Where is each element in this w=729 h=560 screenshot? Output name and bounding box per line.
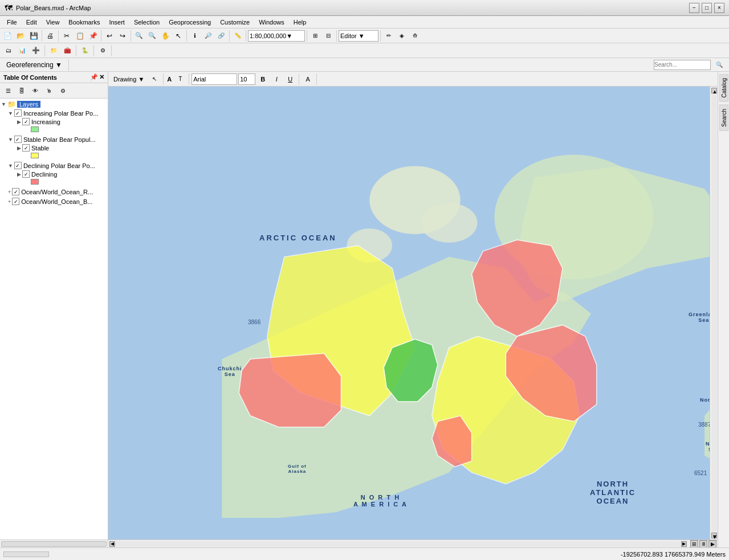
- zoom-in-btn[interactable]: 🔍: [133, 30, 145, 42]
- vertex-btn[interactable]: ◈: [396, 30, 408, 42]
- text-btn[interactable]: T: [174, 73, 186, 85]
- map-tool1[interactable]: ⊞: [690, 540, 698, 548]
- declining-sub-expand[interactable]: ▶: [17, 171, 21, 177]
- map-view[interactable]: ARCTIC OCEAN ChukchiSea N O R T HA M E R…: [108, 87, 710, 539]
- redo-btn[interactable]: ↪: [116, 30, 129, 42]
- toc-list-btn[interactable]: ☰: [2, 84, 14, 97]
- full-extent-btn[interactable]: ⊟: [322, 30, 335, 42]
- stable-expand[interactable]: ▼: [8, 137, 13, 142]
- minimize-button[interactable]: −: [689, 3, 699, 13]
- menu-edit[interactable]: Edit: [22, 18, 42, 27]
- pan-btn[interactable]: ✋: [159, 30, 172, 42]
- add-data-btn[interactable]: ➕: [30, 44, 42, 57]
- model-builder-btn[interactable]: ⚙: [96, 44, 109, 57]
- save-btn[interactable]: 💾: [27, 30, 40, 42]
- right-panel: Catalog Search: [718, 72, 729, 547]
- toc-source-btn[interactable]: 🗄: [15, 84, 28, 97]
- declining-sub-checkbox[interactable]: [22, 170, 30, 178]
- menu-windows[interactable]: Windows: [254, 18, 289, 27]
- ocean-r-expand[interactable]: +: [8, 189, 11, 195]
- find-btn[interactable]: 🔎: [202, 30, 214, 42]
- maximize-button[interactable]: □: [702, 3, 712, 13]
- scale-arrow[interactable]: ▼: [286, 32, 292, 39]
- hscroll-left[interactable]: ◀: [109, 541, 115, 547]
- increasing-sub-checkbox[interactable]: [22, 118, 30, 125]
- ocean-b-checkbox[interactable]: [12, 198, 19, 205]
- hscroll-right[interactable]: ▶: [681, 541, 687, 547]
- editor-dropdown[interactable]: Editor ▼: [339, 30, 378, 42]
- stable-checkbox[interactable]: [14, 136, 22, 143]
- toc-options-btn[interactable]: ⚙: [56, 84, 69, 97]
- identify-btn[interactable]: ℹ: [189, 30, 201, 42]
- arc-toolbox-btn[interactable]: 🧰: [61, 44, 74, 57]
- menu-file[interactable]: File: [2, 18, 22, 27]
- search-tab[interactable]: Search: [719, 105, 728, 131]
- map-tool3[interactable]: ▶: [708, 540, 716, 548]
- zoom-out-btn[interactable]: 🔍: [146, 30, 158, 42]
- open-btn[interactable]: 📂: [14, 30, 27, 42]
- toc-close-btn[interactable]: ✕: [99, 73, 104, 81]
- menu-help[interactable]: Help: [289, 18, 311, 27]
- declining-expand[interactable]: ▼: [8, 163, 13, 169]
- font-dropdown[interactable]: Arial: [192, 73, 237, 85]
- scale-dropdown[interactable]: 1:80,000,000 ▼: [248, 30, 305, 42]
- menu-view[interactable]: View: [42, 18, 64, 27]
- reshape-btn[interactable]: ⟰: [409, 30, 421, 42]
- arc-catalog-btn[interactable]: 📁: [47, 44, 60, 57]
- increasing-sub-expand[interactable]: ▶: [17, 119, 21, 125]
- vscroll-track[interactable]: [711, 93, 717, 533]
- toc-visibility-btn[interactable]: 👁: [29, 84, 42, 97]
- close-button[interactable]: ×: [714, 3, 724, 13]
- table-btn[interactable]: 📊: [16, 44, 28, 57]
- print-btn[interactable]: 🖨: [44, 30, 56, 42]
- ocean-b-expand[interactable]: +: [8, 199, 11, 205]
- bold-btn[interactable]: B: [256, 73, 269, 85]
- menu-bookmarks[interactable]: Bookmarks: [64, 18, 104, 27]
- underline-btn[interactable]: U: [284, 73, 296, 85]
- menu-geoprocessing[interactable]: Geoprocessing: [164, 18, 215, 27]
- draw-select-btn[interactable]: ↖: [148, 73, 161, 85]
- menu-selection[interactable]: Selection: [129, 18, 164, 27]
- font-color-btn[interactable]: A: [302, 73, 314, 85]
- ocean-r-checkbox[interactable]: [12, 188, 19, 195]
- menu-customize[interactable]: Customize: [215, 18, 254, 27]
- select-btn[interactable]: ↖: [172, 30, 185, 42]
- layers-expand[interactable]: ▼: [1, 101, 6, 107]
- undo-btn[interactable]: ↩: [103, 30, 116, 42]
- measure-btn[interactable]: 📏: [231, 30, 244, 42]
- stable-sub-expand[interactable]: ▶: [17, 145, 21, 151]
- python-btn[interactable]: 🐍: [79, 44, 91, 57]
- copy-btn[interactable]: 📋: [74, 30, 86, 42]
- sep7: [246, 30, 246, 42]
- hscroll-track[interactable]: [116, 541, 680, 547]
- map-vertical-scrollbar[interactable]: ▲ ▼: [710, 87, 718, 539]
- declining-checkbox[interactable]: [14, 162, 22, 169]
- italic-btn[interactable]: I: [270, 73, 283, 85]
- hyperlink-btn[interactable]: 🔗: [215, 30, 227, 42]
- stable-sub-checkbox[interactable]: [22, 144, 30, 152]
- map-tool2[interactable]: ⏸: [699, 540, 707, 548]
- georef-dropdown[interactable]: Georeferencing ▼: [3, 59, 65, 71]
- search-input[interactable]: [654, 60, 711, 70]
- vscroll-down[interactable]: ▼: [711, 533, 717, 538]
- toc-title: Table Of Contents: [3, 74, 57, 81]
- increasing-checkbox[interactable]: [14, 109, 22, 117]
- extent-btn[interactable]: ⊞: [309, 30, 321, 42]
- drawing-dropdown[interactable]: Drawing ▼: [111, 73, 147, 85]
- svg-marker-9: [239, 353, 341, 427]
- vscroll-up[interactable]: ▲: [711, 88, 717, 93]
- new-btn[interactable]: 📄: [1, 30, 14, 42]
- increasing-expand[interactable]: ▼: [8, 111, 13, 116]
- toc-scrollbar[interactable]: [0, 539, 108, 547]
- cut-btn[interactable]: ✂: [60, 30, 73, 42]
- toc-pin-btn[interactable]: 📌: [90, 73, 98, 81]
- menu-insert[interactable]: Insert: [104, 18, 129, 27]
- map-horizontal-scrollbar[interactable]: ◀ ▶ ⊞ ⏸ ▶: [108, 539, 718, 547]
- layer-btn[interactable]: 🗂: [2, 44, 15, 57]
- paste-btn[interactable]: 📌: [87, 30, 99, 42]
- search-btn[interactable]: 🔍: [713, 59, 726, 71]
- toc-selection-btn[interactable]: 🖱: [43, 84, 55, 97]
- font-size-dropdown[interactable]: 10: [238, 73, 255, 85]
- catalog-tab[interactable]: Catalog: [719, 74, 728, 101]
- sketch-btn[interactable]: ✏: [382, 30, 395, 42]
